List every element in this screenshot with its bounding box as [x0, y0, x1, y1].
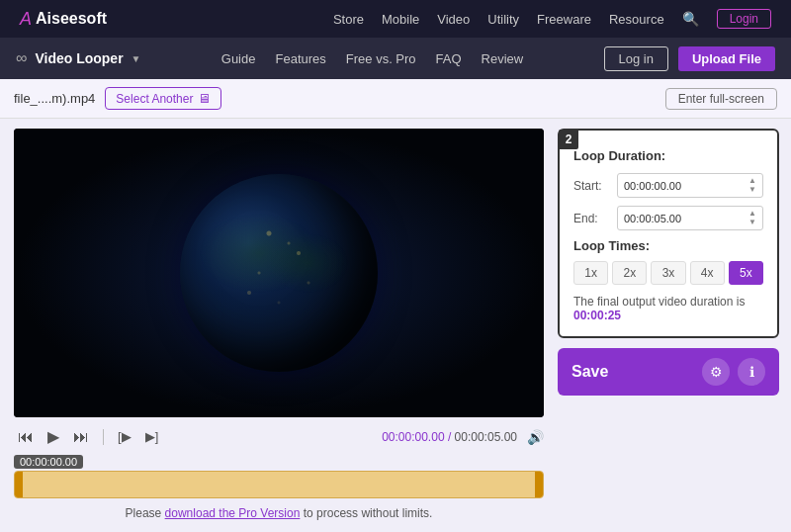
second-navigation: ∞ Video Looper ▼ Guide Features Free vs.…: [0, 38, 791, 79]
video-area: ⏮ ▶ ⏭ [▶ ▶] 00:00:00.00 / 00:00:05.00 🔊 …: [0, 119, 554, 532]
loop-3x-button[interactable]: 3x: [651, 261, 685, 285]
loop-2x-button[interactable]: 2x: [612, 261, 647, 285]
save-icons: ⚙ ℹ: [702, 358, 765, 386]
video-container: [14, 129, 544, 417]
upload-file-button[interactable]: Upload File: [678, 46, 775, 71]
loop-times-section: Loop Times: 1x 2x 3x 4x 5x: [573, 238, 763, 285]
nav-resource[interactable]: Resource: [609, 12, 664, 27]
nav-features[interactable]: Features: [275, 51, 325, 66]
loop-5x-button[interactable]: 5x: [729, 261, 763, 285]
nav-mobile[interactable]: Mobile: [382, 12, 419, 27]
video-player[interactable]: [14, 129, 544, 417]
pro-notice: Please download the Pro Version to proce…: [14, 502, 544, 522]
top-nav-links: Store Mobile Video Utility Freeware Reso…: [333, 9, 771, 29]
earth-visual: [180, 174, 378, 372]
nav-review[interactable]: Review: [482, 51, 524, 66]
duration-title: Loop Duration:: [573, 148, 763, 163]
time-display: 00:00:00.00 / 00:00:05.00: [168, 430, 517, 444]
end-spinner-up[interactable]: ▲: [748, 210, 756, 218]
login-button-top[interactable]: Login: [717, 9, 771, 29]
nav-video[interactable]: Video: [437, 12, 470, 27]
nav-store[interactable]: Store: [333, 12, 364, 27]
output-duration: The final output video duration is 00:00…: [573, 295, 763, 322]
mark-out-button[interactable]: ▶]: [141, 427, 163, 446]
select-another-button[interactable]: Select Another 🖥: [105, 87, 221, 110]
dropdown-arrow-icon[interactable]: ▼: [132, 53, 141, 64]
current-time: 00:00:00.00: [382, 430, 444, 444]
volume-icon[interactable]: 🔊: [527, 429, 544, 445]
logo-text: Aiseesoft: [36, 10, 107, 28]
nav-utility[interactable]: Utility: [487, 12, 519, 27]
controls-divider: [103, 429, 104, 445]
timeline-handle-right[interactable]: [535, 472, 543, 497]
loop-1x-button[interactable]: 1x: [573, 261, 608, 285]
start-label: Start:: [573, 179, 609, 193]
timeline-start-label: 00:00:00.00: [14, 455, 83, 469]
start-field-row: Start: 00:00:00.00 ▲ ▼: [573, 173, 763, 198]
search-icon[interactable]: 🔍: [682, 11, 699, 27]
logo-a-letter: A: [20, 9, 32, 30]
file-bar-left: file_....m).mp4 Select Another 🖥: [14, 87, 221, 110]
loop-times-title: Loop Times:: [573, 238, 763, 253]
end-spinner-down[interactable]: ▼: [748, 219, 756, 226]
nav-freeware[interactable]: Freeware: [537, 12, 591, 27]
skip-back-button[interactable]: ⏮: [14, 426, 38, 448]
timeline-handle-left[interactable]: [15, 472, 23, 497]
start-spinner-down[interactable]: ▼: [748, 186, 756, 194]
select-another-label: Select Another: [116, 92, 193, 106]
main-content: ⏮ ▶ ⏭ [▶ ▶] 00:00:00.00 / 00:00:05.00 🔊 …: [0, 119, 791, 532]
end-label: End:: [573, 212, 609, 225]
skip-forward-button[interactable]: ⏭: [69, 426, 93, 448]
loop-times-buttons: 1x 2x 3x 4x 5x: [573, 261, 763, 285]
timeline-fill: [15, 472, 543, 497]
monitor-icon: 🖥: [198, 91, 211, 106]
info-button[interactable]: ℹ: [738, 358, 765, 386]
file-name: file_....m).mp4: [14, 91, 95, 106]
pro-notice-text-after: to process without limits.: [300, 506, 432, 520]
top-navigation: A Aiseesoft Store Mobile Video Utility F…: [0, 0, 791, 38]
total-time: 00:00:05.00: [455, 430, 517, 444]
loop-4x-button[interactable]: 4x: [690, 261, 725, 285]
start-time-input[interactable]: 00:00:00.00 ▲ ▼: [617, 173, 763, 198]
pro-version-link[interactable]: download the Pro Version: [165, 506, 301, 520]
nav-free-vs-pro[interactable]: Free vs. Pro: [346, 51, 416, 66]
nav-guide[interactable]: Guide: [221, 51, 256, 66]
tool-name: Video Looper: [35, 50, 123, 66]
output-duration-value: 00:00:25: [573, 309, 621, 322]
timeline-area: 00:00:00.00: [14, 452, 544, 502]
start-time-value: 00:00:00.00: [624, 180, 681, 192]
time-separator: /: [448, 430, 451, 444]
save-panel: Save ⚙ ℹ: [558, 348, 779, 396]
nav-faq[interactable]: FAQ: [436, 51, 462, 66]
play-button[interactable]: ▶: [44, 425, 63, 448]
mark-in-button[interactable]: [▶: [114, 427, 135, 446]
logo: A Aiseesoft: [20, 9, 107, 30]
end-time-value: 00:00:05.00: [624, 213, 681, 224]
second-nav-links: Guide Features Free vs. Pro FAQ Review: [221, 51, 523, 66]
tool-branding: ∞ Video Looper ▼: [16, 49, 141, 67]
timeline-track[interactable]: [14, 471, 544, 498]
loop-icon: ∞: [16, 49, 27, 67]
log-in-button[interactable]: Log in: [604, 46, 668, 71]
pro-notice-text-before: Please: [126, 506, 165, 520]
end-spinners: ▲ ▼: [748, 210, 756, 226]
save-label: Save: [571, 363, 608, 381]
earth-lights: [180, 174, 378, 372]
start-spinners: ▲ ▼: [748, 177, 756, 194]
settings-button[interactable]: ⚙: [702, 358, 730, 386]
controls-bar: ⏮ ▶ ⏭ [▶ ▶] 00:00:00.00 / 00:00:05.00 🔊: [14, 421, 544, 452]
right-panel: 2 Loop Duration: Start: 00:00:00.00 ▲ ▼ …: [554, 119, 791, 532]
start-spinner-up[interactable]: ▲: [748, 177, 756, 185]
end-field-row: End: 00:00:05.00 ▲ ▼: [573, 206, 763, 230]
step-badge: 2: [559, 130, 578, 149]
output-duration-text: The final output video duration is: [573, 295, 745, 309]
loop-panel: 2 Loop Duration: Start: 00:00:00.00 ▲ ▼ …: [558, 129, 779, 338]
second-nav-actions: Log in Upload File: [604, 46, 775, 71]
end-time-input[interactable]: 00:00:05.00 ▲ ▼: [617, 206, 763, 230]
fullscreen-button[interactable]: Enter full-screen: [665, 88, 777, 110]
file-bar: file_....m).mp4 Select Another 🖥 Enter f…: [0, 79, 791, 119]
